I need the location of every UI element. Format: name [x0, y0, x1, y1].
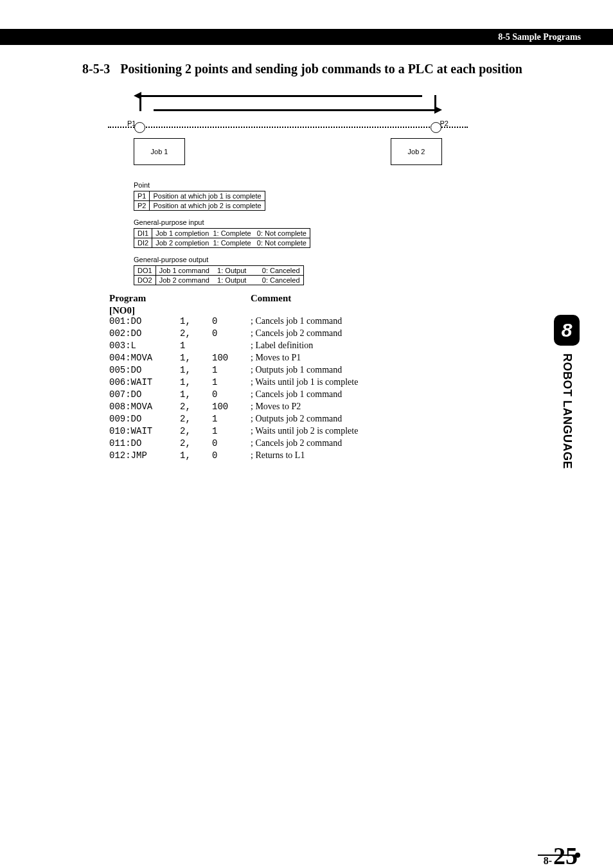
section-heading: Positioning 2 points and sending job com…	[120, 61, 522, 77]
code-row: 002:DO2,0; Cancels job 2 command	[109, 328, 571, 341]
code-comment: ; Cancels job 2 command	[251, 328, 342, 339]
code-comment: ; Cancels job 1 command	[251, 389, 342, 400]
header-text: 8-5 Sample Programs	[498, 32, 581, 42]
code-instr: 007:DO	[109, 389, 180, 400]
code-arg2: 0	[212, 438, 251, 448]
code-instr: 012:JMP	[109, 450, 180, 461]
code-comment: ; Label definition	[251, 341, 313, 351]
cell: DI1	[134, 229, 152, 238]
code-arg1: 1,	[180, 365, 212, 375]
code-arg2: 1	[212, 365, 251, 375]
cell: Position at which job 2 is complete	[150, 201, 265, 211]
code-arg2: 1	[212, 414, 251, 424]
code-row: 012:JMP1,0; Returns to L1	[109, 450, 571, 463]
code-row: 001:DO1,0; Cancels job 1 command	[109, 316, 571, 328]
code-row: 009:DO2,1; Outputs job 2 command	[109, 414, 571, 426]
code-comment: ; Outputs job 1 command	[251, 365, 342, 375]
code-arg2: 0	[212, 316, 251, 326]
cell: DO2	[134, 276, 156, 285]
point-table: P1Position at which job 1 is complete P2…	[134, 191, 265, 211]
p1-point-icon	[134, 122, 145, 133]
cell: Job 2 completion 1: Complete 0: Not comp…	[152, 238, 310, 248]
section-title: 8-5-3 Positioning 2 points and sending j…	[82, 61, 571, 77]
program-header: Program	[109, 293, 251, 304]
section-number: 8-5-3	[82, 61, 110, 76]
job1-box: Job 1	[134, 138, 185, 165]
code-instr: 011:DO	[109, 438, 180, 448]
chapter-number-tab: 8	[554, 315, 580, 346]
content: 8-5-3 Positioning 2 points and sending j…	[0, 45, 613, 463]
code-instr: 008:MOVA	[109, 402, 180, 412]
code-instr: 005:DO	[109, 365, 180, 375]
code-arg1: 1,	[180, 450, 212, 461]
program-label: [NO0]	[109, 305, 571, 316]
code-instr: 003:L	[109, 341, 180, 351]
cell: Job 2 command 1: Output 0: Canceled	[155, 276, 303, 285]
code-arg1: 1,	[180, 389, 212, 400]
code-arg1: 2,	[180, 426, 212, 436]
code-arg1: 1,	[180, 316, 212, 326]
code-arg2: 0	[212, 450, 251, 461]
cell: Job 1 completion 1: Complete 0: Not comp…	[152, 229, 310, 238]
code-instr: 009:DO	[109, 414, 180, 424]
input-title: General-purpose input	[134, 218, 571, 226]
code-arg2: 0	[212, 328, 251, 339]
side-tab: 8 ROBOT LANGUAGE	[554, 315, 580, 469]
header-bar: 8-5 Sample Programs	[0, 29, 613, 45]
cell: P2	[134, 201, 150, 211]
code-comment: ; Outputs job 2 command	[251, 414, 342, 424]
code-row: 008:MOVA2,100; Moves to P2	[109, 402, 571, 414]
code-arg2: 0	[212, 389, 251, 400]
code-row: 003:L1; Label definition	[109, 341, 571, 353]
code-instr: 002:DO	[109, 328, 180, 339]
code-arg1: 1,	[180, 353, 212, 363]
cell: DI2	[134, 238, 152, 248]
code-row: 007:DO1,0; Cancels job 1 command	[109, 389, 571, 402]
code-arg2: 100	[212, 353, 251, 363]
code-arg1: 2,	[180, 414, 212, 424]
code-comment: ; Waits until job 2 is complete	[251, 426, 358, 436]
tables-block: Point P1Position at which job 1 is compl…	[134, 181, 571, 285]
code-arg1: 2,	[180, 328, 212, 339]
page-line-icon	[538, 855, 580, 856]
output-table: DO1Job 1 command 1: Output 0: Canceled D…	[134, 265, 304, 285]
code-instr: 001:DO	[109, 316, 180, 326]
job2-box: Job 2	[391, 138, 442, 165]
code-row: 010:WAIT2,1; Waits until job 2 is comple…	[109, 426, 571, 438]
cell: Position at which job 1 is complete	[150, 191, 265, 201]
point-title: Point	[134, 181, 571, 189]
code-comment: ; Cancels job 2 command	[251, 438, 342, 448]
code-arg1: 1,	[180, 377, 212, 387]
diagram: P1 P2 Job 1 Job 2	[134, 95, 442, 165]
code-comment: ; Moves to P2	[251, 402, 301, 412]
cell: DO1	[134, 266, 156, 276]
comment-header: Comment	[251, 293, 291, 304]
code-arg1: 1	[180, 341, 212, 351]
code-arg1: 2,	[180, 402, 212, 412]
code-arg2: 1	[212, 426, 251, 436]
code-row: 011:DO2,0; Cancels job 2 command	[109, 438, 571, 450]
code-comment: ; Waits until job 1 is complete	[251, 377, 358, 387]
code-listing: 001:DO1,0; Cancels job 1 command002:DO2,…	[109, 316, 571, 463]
p2-point-icon	[431, 122, 441, 133]
output-title: General-purpose output	[134, 256, 571, 263]
cell: P1	[134, 191, 150, 201]
code-instr: 010:WAIT	[109, 426, 180, 436]
code-arg1: 2,	[180, 438, 212, 448]
code-arg2: 100	[212, 402, 251, 412]
code-arg2: 1	[212, 377, 251, 387]
code-comment: ; Moves to P1	[251, 353, 301, 363]
code-row: 004:MOVA1,100; Moves to P1	[109, 353, 571, 365]
code-row: 005:DO1,1; Outputs job 1 command	[109, 365, 571, 377]
cell: Job 1 command 1: Output 0: Canceled	[155, 266, 303, 276]
input-table: DI1Job 1 completion 1: Complete 0: Not c…	[134, 228, 310, 248]
code-comment: ; Returns to L1	[251, 450, 305, 461]
code-instr: 006:WAIT	[109, 377, 180, 387]
code-instr: 004:MOVA	[109, 353, 180, 363]
chapter-title-tab: ROBOT LANGUAGE	[560, 353, 574, 469]
code-comment: ; Cancels job 1 command	[251, 316, 342, 326]
program-block: Program Comment [NO0] 001:DO1,0; Cancels…	[109, 293, 571, 463]
code-row: 006:WAIT1,1; Waits until job 1 is comple…	[109, 377, 571, 389]
page-prefix: 8-	[544, 855, 552, 867]
